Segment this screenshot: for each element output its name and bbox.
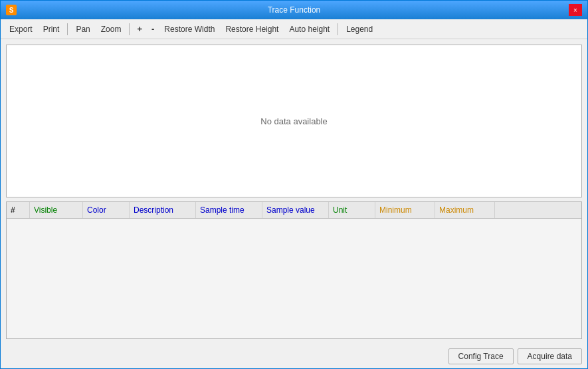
menu-legend[interactable]: Legend: [342, 23, 377, 36]
table-body: [7, 219, 581, 338]
config-trace-button[interactable]: Config Trace: [448, 348, 514, 364]
title-bar: S Trace Function ×: [1, 1, 587, 19]
close-button[interactable]: ×: [569, 4, 582, 16]
menu-auto-height[interactable]: Auto height: [284, 23, 334, 36]
menu-print[interactable]: Print: [39, 23, 64, 36]
zoom-in-button[interactable]: +: [133, 23, 146, 35]
col-header-description: Description: [130, 202, 196, 218]
window-title: Trace Function: [268, 5, 321, 15]
menu-restore-width[interactable]: Restore Width: [159, 23, 219, 36]
title-bar-left: S: [6, 5, 17, 15]
table-header: # Visible Color Description Sample time …: [7, 202, 581, 219]
footer-bar: Config Trace Acquire data: [1, 344, 587, 368]
menu-restore-height[interactable]: Restore Height: [221, 23, 283, 36]
content-area: No data available # Visible Color Descri…: [1, 39, 587, 344]
menu-export[interactable]: Export: [5, 23, 37, 36]
col-header-color: Color: [83, 202, 130, 218]
no-data-label: No data available: [260, 116, 327, 126]
app-icon: S: [6, 5, 17, 15]
col-header-num: #: [7, 202, 30, 218]
menu-bar: Export Print Pan Zoom + - Restore Width …: [1, 19, 587, 39]
col-header-sample-time: Sample time: [196, 202, 262, 218]
zoom-out-button[interactable]: -: [147, 23, 158, 35]
separator-2: [129, 23, 130, 35]
col-header-minimum: Minimum: [375, 202, 435, 218]
menu-zoom[interactable]: Zoom: [96, 23, 126, 36]
menu-pan[interactable]: Pan: [71, 23, 94, 36]
col-header-sample-value: Sample value: [262, 202, 329, 218]
acquire-data-button[interactable]: Acquire data: [518, 348, 582, 364]
col-header-unit: Unit: [329, 202, 375, 218]
col-header-visible: Visible: [30, 202, 83, 218]
col-header-maximum: Maximum: [435, 202, 495, 218]
separator-3: [338, 23, 338, 35]
chart-area: No data available: [6, 45, 582, 197]
table-area: # Visible Color Description Sample time …: [6, 201, 582, 339]
main-window: S Trace Function × Export Print Pan Zoom…: [0, 0, 588, 369]
separator-1: [67, 23, 68, 35]
